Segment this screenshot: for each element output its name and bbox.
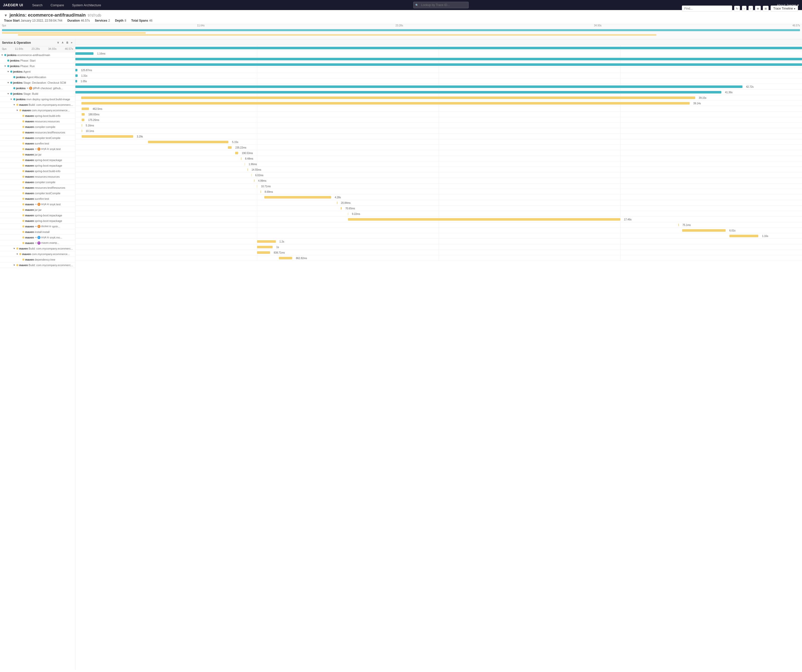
span-label-row[interactable]: mavencompiler:compile bbox=[0, 180, 75, 185]
span-bar-row[interactable]: 175.26ms bbox=[75, 117, 802, 123]
span-label-row[interactable]: ▼jenkinsAgent bbox=[0, 69, 75, 74]
span-label-row[interactable]: maven ➜ Ssnyk.io snyk:test bbox=[0, 146, 75, 152]
span-bar-row[interactable]: 1.96ms bbox=[75, 161, 802, 167]
span-label-row[interactable]: maven ➜ Mmaven.examp... bbox=[0, 240, 75, 246]
nav-search[interactable]: Search bbox=[28, 0, 47, 10]
span-label-row[interactable]: maven ➜ Ddocker.io sprin... bbox=[0, 223, 75, 229]
span-label-row[interactable]: mavenspring-boot:repackage bbox=[0, 213, 75, 218]
span-bar-row[interactable]: 39.14s bbox=[75, 100, 802, 106]
span-bar-row[interactable]: 862.82ms bbox=[75, 255, 802, 261]
span-bar-row[interactable]: 1.16s bbox=[75, 233, 802, 239]
span-bar-row[interactable]: 1.16ms bbox=[75, 51, 802, 56]
span-label-row[interactable]: mavencompiler:testCompile bbox=[0, 135, 75, 141]
expand-btn[interactable]: ▼ bbox=[16, 109, 19, 112]
trace-timeline-btn[interactable]: Trace Timeline bbox=[771, 5, 798, 11]
span-label-row[interactable]: ▼mavencom.mycompany.ecommerce... bbox=[0, 108, 75, 113]
span-bar-row[interactable]: 42.72s bbox=[75, 84, 802, 89]
span-bar-row[interactable]: 4.28s bbox=[75, 194, 802, 200]
span-bar-row[interactable]: 8.69ms bbox=[75, 189, 802, 194]
span-label-row[interactable]: ▼jenkinsPhase: Run bbox=[0, 63, 75, 69]
find-input[interactable] bbox=[682, 5, 732, 11]
span-label-row[interactable]: mavendependency:tree bbox=[0, 257, 75, 262]
span-bar-row[interactable]: .95s bbox=[75, 62, 802, 67]
span-bar-row[interactable]: 188.83ms bbox=[75, 112, 802, 117]
refresh-btn[interactable]: ↻ bbox=[734, 6, 740, 11]
trace-id-search[interactable] bbox=[413, 2, 469, 8]
span-bar-row[interactable]: 1s bbox=[75, 244, 802, 250]
span-bar-row[interactable]: 10.71ms bbox=[75, 183, 802, 189]
span-bar-row[interactable]: 5.15s bbox=[75, 139, 802, 145]
span-label-row[interactable]: mavenresources:testResources bbox=[0, 185, 75, 191]
span-bar-row[interactable]: 6.02ms bbox=[75, 172, 802, 178]
span-label-row[interactable]: ▼mavenBuild: com.mycompany.ecommerc... bbox=[0, 102, 75, 108]
span-label-row[interactable]: jenkins ➜ Ggithub checkout: github... bbox=[0, 86, 75, 91]
expand-btn[interactable]: ▼ bbox=[7, 81, 10, 84]
span-bar-row[interactable]: 14.55ms bbox=[75, 167, 802, 172]
span-bar-row[interactable]: 4.99ms bbox=[75, 178, 802, 183]
grid-btn[interactable]: ⊞ bbox=[763, 6, 769, 11]
span-label-row[interactable]: jenkinsAgent Allocation bbox=[0, 74, 75, 80]
span-label-row[interactable]: ▼jenkinsmvn deploy spring-boot:build-ima… bbox=[0, 97, 75, 102]
span-bar-row[interactable]: 70.65ms bbox=[75, 206, 802, 211]
span-bar-row[interactable]: 838.71ms bbox=[75, 250, 802, 255]
span-label-row[interactable]: mavenjar:jar bbox=[0, 152, 75, 157]
span-label-row[interactable]: ▼mavenBuild: com.mycompany.ecommerc... bbox=[0, 246, 75, 251]
span-bar-row[interactable]: 1.05s bbox=[75, 78, 802, 84]
span-bar-row[interactable]: 125.87ms bbox=[75, 67, 802, 73]
span-bar-row[interactable]: 6.01s bbox=[75, 228, 802, 233]
collapse-chevron[interactable]: ▼ bbox=[4, 13, 8, 17]
span-label-row[interactable]: mavensurefire:test bbox=[0, 141, 75, 146]
span-bar-row[interactable]: 10.1ms bbox=[75, 128, 802, 134]
span-label-row[interactable]: maveninstall:install bbox=[0, 229, 75, 235]
span-label-row[interactable]: ▼jenkinsStage: Build bbox=[0, 91, 75, 97]
span-label-row[interactable]: mavenresources:resources bbox=[0, 174, 75, 180]
span-bar-row[interactable]: 39.15s bbox=[75, 95, 802, 100]
span-bar-row[interactable] bbox=[75, 45, 802, 51]
span-label-row[interactable]: ▼mavencom.mycompany.ecommerce... bbox=[0, 251, 75, 257]
expand-btn[interactable]: ▼ bbox=[7, 70, 10, 73]
expand-btn[interactable]: ▼ bbox=[13, 104, 16, 106]
search-btn[interactable]: ⊕ bbox=[755, 6, 761, 11]
span-label-row[interactable]: mavencompiler:testCompile bbox=[0, 191, 75, 196]
span-bar-row[interactable]: 75.1ms bbox=[75, 222, 802, 228]
span-label-row[interactable]: mavenspring-boot:repackage bbox=[0, 163, 75, 168]
span-bar-row[interactable]: 190.53ms bbox=[75, 150, 802, 156]
span-label-row[interactable]: mavenresources:testResources bbox=[0, 130, 75, 135]
span-label-row[interactable]: ▼jenkinsStage: Declarative: Checkout SCM bbox=[0, 80, 75, 86]
span-label-row[interactable]: mavenspring-boot:build-info bbox=[0, 113, 75, 118]
collapse-all-btn[interactable]: » bbox=[70, 41, 73, 44]
expand-btn[interactable]: ▼ bbox=[13, 264, 16, 266]
span-label-row[interactable]: mavensurefire:test bbox=[0, 196, 75, 202]
span-label-row[interactable]: ▼mavenBuild: com.mycompany.ecommerc... bbox=[0, 262, 75, 268]
span-bar-row[interactable]: 5.16ms bbox=[75, 123, 802, 128]
span-label-row[interactable]: mavenspring-boot:repackage bbox=[0, 157, 75, 163]
span-label-row[interactable]: maven ➜ Ssnyk.io snyk:mo... bbox=[0, 235, 75, 240]
next-btn[interactable]: › bbox=[749, 6, 753, 11]
span-bar-row[interactable]: 1.31s bbox=[75, 73, 802, 78]
span-label-row[interactable]: mavenspring-boot:repackage bbox=[0, 218, 75, 223]
span-bar-row[interactable]: 9.22ms bbox=[75, 211, 802, 217]
span-label-row[interactable]: mavenresources:resources bbox=[0, 118, 75, 124]
nav-system-architecture[interactable]: System Architecture bbox=[68, 0, 105, 10]
sort-asc-btn[interactable]: ∨ bbox=[56, 41, 60, 44]
expand-btn[interactable]: ▼ bbox=[10, 98, 13, 100]
span-label-row[interactable]: mavencompiler:compile bbox=[0, 124, 75, 130]
prev-btn[interactable]: ‹ bbox=[742, 6, 747, 11]
expand-btn[interactable]: ▼ bbox=[7, 92, 10, 95]
expand-btn[interactable]: ▼ bbox=[16, 253, 19, 255]
span-label-row[interactable]: maven ➜ Ssnyk.io snyk:test bbox=[0, 202, 75, 207]
expand-all-btn[interactable]: ⇊ bbox=[65, 41, 69, 44]
sort-desc-btn[interactable]: ∧ bbox=[61, 41, 64, 44]
nav-compare[interactable]: Compare bbox=[47, 0, 68, 10]
span-label-row[interactable]: mavenjar:jar bbox=[0, 207, 75, 213]
span-bar-row[interactable]: 8.48ms bbox=[75, 156, 802, 161]
expand-btn[interactable]: ▼ bbox=[4, 65, 6, 67]
span-bar-row[interactable]: 17.46s bbox=[75, 217, 802, 222]
span-label-row[interactable]: jenkinsPhase: Start bbox=[0, 58, 75, 63]
expand-btn[interactable]: ▼ bbox=[13, 247, 16, 250]
span-bar-row[interactable]: 20.84ms bbox=[75, 200, 802, 206]
span-bar-row[interactable]: 41.36s bbox=[75, 89, 802, 95]
span-bar-row[interactable]: 1.2s bbox=[75, 239, 802, 244]
span-label-row[interactable]: mavenspring-boot:build-info bbox=[0, 168, 75, 174]
span-bar-row[interactable]: 462.5ms bbox=[75, 106, 802, 112]
